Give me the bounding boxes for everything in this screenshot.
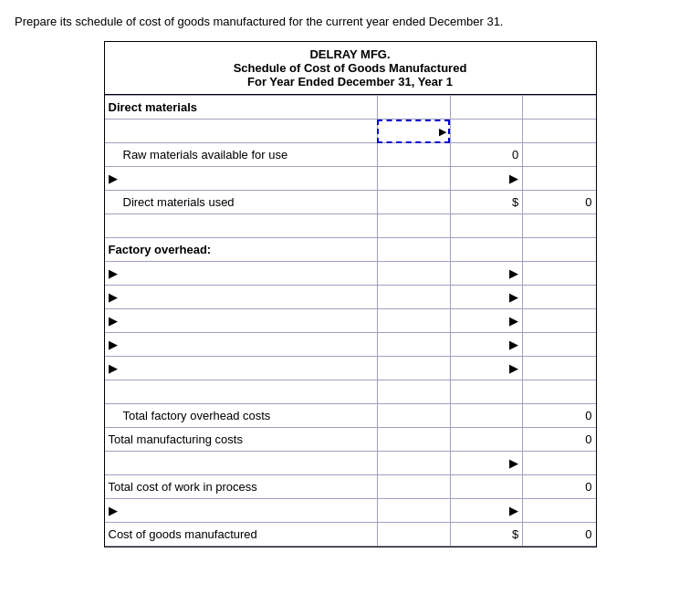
dm-input-col2[interactable]	[450, 120, 523, 143]
table-row: ▶ ▶	[105, 286, 596, 309]
cog-arrow-label: ▶	[105, 499, 378, 523]
total-wip-value-col[interactable]: 0	[523, 475, 596, 499]
total-wip-value: 0	[585, 480, 591, 494]
fo-arrow-3: ▶	[109, 314, 118, 328]
fo-label-col3[interactable]	[523, 238, 596, 262]
total-wip-col1[interactable]	[377, 475, 450, 499]
fo-arrow-right-1: ▶	[509, 266, 518, 280]
right-arrow-icon: ▶	[509, 172, 518, 185]
empty-row-2-col1[interactable]	[377, 452, 450, 475]
dm-col3[interactable]	[523, 96, 596, 120]
fo-row1-label[interactable]: ▶	[105, 262, 378, 286]
fo-row3-col2[interactable]: ▶	[450, 309, 523, 333]
factory-overhead-label: Factory overhead:	[105, 238, 378, 262]
fo-row3-label[interactable]: ▶	[105, 309, 378, 333]
schedule-header: DELRAY MFG. Schedule of Cost of Goods Ma…	[105, 42, 596, 95]
dm-input-label[interactable]	[105, 120, 378, 143]
dm-arrow-col3[interactable]	[523, 167, 596, 191]
total-mfg-value: 0	[585, 432, 591, 446]
cog-arrow-col1[interactable]	[377, 499, 450, 523]
schedule-title: Schedule of Cost of Goods Manufactured	[109, 61, 592, 75]
dmu-dollar: $	[512, 195, 518, 209]
fo-row3-col3[interactable]	[523, 309, 596, 333]
raw-materials-col3[interactable]	[523, 143, 596, 167]
cog-col1[interactable]	[377, 523, 450, 547]
pre-total-col2[interactable]	[450, 380, 523, 404]
total-wip-col2[interactable]	[450, 475, 523, 499]
cog-arrow-col3[interactable]	[523, 499, 596, 523]
dmu-col1[interactable]	[377, 191, 450, 214]
fo-arrow-right-2: ▶	[509, 290, 518, 304]
fo-row1-col1[interactable]	[377, 262, 450, 286]
fo-row2-col2[interactable]: ▶	[450, 286, 523, 309]
table-row: Total manufacturing costs 0	[105, 428, 596, 452]
cog-arrow-col2[interactable]: ▶	[450, 499, 523, 523]
fo-row5-col2[interactable]: ▶	[450, 357, 523, 380]
fo-arrow-4: ▶	[109, 338, 118, 351]
fo-row4-col2[interactable]: ▶	[450, 333, 523, 357]
total-fo-col2[interactable]	[450, 404, 523, 428]
cost-of-goods-label: Cost of goods manufactured	[105, 523, 378, 547]
total-fo-value-col[interactable]: 0	[523, 404, 596, 428]
fo-arrow-right-4: ▶	[509, 338, 518, 351]
total-mfg-col2[interactable]	[450, 428, 523, 452]
empty-row-1-col2[interactable]	[450, 214, 523, 238]
dm-arrow-col1[interactable]	[377, 167, 450, 191]
table-row: ▶ ▶	[105, 262, 596, 286]
fo-row2-label[interactable]: ▶	[105, 286, 378, 309]
fo-row5-col3[interactable]	[523, 357, 596, 380]
total-mfg-label: Total manufacturing costs	[105, 428, 378, 452]
cog-dollar: $	[512, 527, 518, 541]
raw-materials-col1[interactable]	[377, 143, 450, 167]
fo-arrow-right-5: ▶	[509, 361, 518, 375]
total-fo-label: Total factory overhead costs	[105, 404, 378, 428]
fo-row1-col2[interactable]: ▶	[450, 262, 523, 286]
dm-arrow-label: ▶	[105, 167, 378, 191]
dm-col2[interactable]	[450, 96, 523, 120]
fo-row2-col1[interactable]	[377, 286, 450, 309]
fo-row5-label[interactable]: ▶	[105, 357, 378, 380]
fo-row4-col1[interactable]	[377, 333, 450, 357]
fo-row3-col1[interactable]	[377, 309, 450, 333]
dm-col1[interactable]	[377, 96, 450, 120]
cog-value-col[interactable]: 0	[523, 523, 596, 547]
raw-materials-value-cell[interactable]: 0	[450, 143, 523, 167]
raw-materials-value: 0	[512, 148, 518, 161]
table-row: Total factory overhead costs 0	[105, 404, 596, 428]
fo-arrow-1: ▶	[109, 266, 118, 280]
empty-row-2-col3[interactable]	[523, 452, 596, 475]
empty-row-2-col2[interactable]: ▶	[450, 452, 523, 475]
table-row	[105, 214, 596, 238]
arrow-indicator: ▶	[439, 126, 446, 137]
fo-row1-col3[interactable]	[523, 262, 596, 286]
empty-row-1-col3[interactable]	[523, 214, 596, 238]
fo-row4-label[interactable]: ▶	[105, 333, 378, 357]
table-row: ▶ ▶	[105, 357, 596, 380]
total-fo-value: 0	[585, 409, 591, 422]
dmu-value-col[interactable]: 0	[523, 191, 596, 214]
fo-label-col1[interactable]	[377, 238, 450, 262]
pre-total-col1[interactable]	[377, 380, 450, 404]
direct-materials-used-label: Direct materials used	[105, 191, 378, 214]
cog-dollar-col[interactable]: $	[450, 523, 523, 547]
intro-text: Prepare its schedule of cost of goods ma…	[15, 15, 685, 28]
empty-row-1-col1[interactable]	[377, 214, 450, 238]
dm-arrow-col2[interactable]: ▶	[450, 167, 523, 191]
dm-input-col1[interactable]: ▶	[377, 120, 450, 143]
table-row: ▶	[105, 452, 596, 475]
schedule-table: Direct materials ▶ Raw materials availab…	[105, 95, 596, 547]
total-mfg-value-col[interactable]: 0	[523, 428, 596, 452]
fo-row4-col3[interactable]	[523, 333, 596, 357]
dm-input-col3[interactable]	[523, 120, 596, 143]
fo-row2-col3[interactable]	[523, 286, 596, 309]
table-row: Factory overhead:	[105, 238, 596, 262]
fo-arrow-5: ▶	[109, 361, 118, 375]
total-mfg-col1[interactable]	[377, 428, 450, 452]
dmu-dollar-col[interactable]: $	[450, 191, 523, 214]
fo-row5-col1[interactable]	[377, 357, 450, 380]
fo-label-col2[interactable]	[450, 238, 523, 262]
total-fo-col1[interactable]	[377, 404, 450, 428]
pre-total-col3[interactable]	[523, 380, 596, 404]
table-row: ▶	[105, 120, 596, 143]
empty-row-2-label	[105, 452, 378, 475]
